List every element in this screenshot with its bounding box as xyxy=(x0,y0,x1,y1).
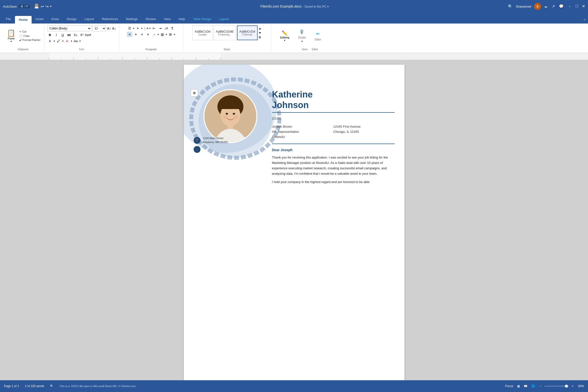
undo-icon[interactable]: ↩ xyxy=(41,4,44,9)
increase-indent-button[interactable]: ⇥ xyxy=(157,26,163,31)
collapse-ribbon-icon[interactable]: ⌃ xyxy=(583,18,586,22)
bullets-dropdown[interactable]: ▾ xyxy=(133,27,134,30)
redo-icon[interactable]: ↪ xyxy=(45,4,49,9)
font-grow-icon[interactable]: A↑ xyxy=(107,26,111,30)
comment-icon[interactable]: 💬 xyxy=(559,4,564,9)
borders-dropdown[interactable]: ▾ xyxy=(174,33,175,36)
text-color-dropdown[interactable]: ▾ xyxy=(71,40,72,42)
superscript-button[interactable]: X² xyxy=(79,32,85,38)
focus-button[interactable]: Focus xyxy=(505,384,513,388)
sort-button[interactable]: ↕A xyxy=(164,26,169,31)
underline-button[interactable]: U xyxy=(60,32,66,38)
tab-references[interactable]: References xyxy=(98,15,122,24)
zoom-level[interactable]: 80% xyxy=(578,384,584,388)
text-color-button[interactable]: A xyxy=(65,38,70,44)
editor-button[interactable]: ✒ Editor xyxy=(312,30,324,42)
line-spacing-button[interactable]: ↕ xyxy=(152,32,157,37)
justify-button[interactable]: ≡ xyxy=(145,32,151,37)
highlight-button[interactable]: 🖊 xyxy=(56,38,61,44)
numbering-dropdown[interactable]: ▾ xyxy=(141,27,142,30)
cut-button[interactable]: ✂ Cut xyxy=(18,30,41,34)
subscript-button[interactable]: X₂ xyxy=(73,32,78,38)
tab-help[interactable]: Help xyxy=(175,15,189,24)
tab-home[interactable]: Home xyxy=(15,16,32,24)
decrease-indent-button[interactable]: ⇤ xyxy=(151,26,157,31)
contact-address: 1234 Main Street Mayberry, MN 55392 xyxy=(203,136,228,144)
numbering-button[interactable]: ≡ xyxy=(135,26,141,31)
zoom-track[interactable] xyxy=(544,386,569,386)
style-information[interactable]: AaBbCcDdE ¶ Informat... xyxy=(214,26,236,40)
line-spacing-dropdown[interactable]: ▾ xyxy=(158,33,159,36)
paste-dropdown[interactable]: ▾ xyxy=(11,40,12,43)
tab-review[interactable]: Review xyxy=(142,15,160,24)
view-web-icon[interactable]: 🌐 xyxy=(531,384,535,388)
tab-design[interactable]: Design xyxy=(63,15,80,24)
shading-button[interactable]: ▨ xyxy=(160,32,165,37)
close-btn[interactable]: ✕ xyxy=(582,4,585,9)
document-area[interactable]: ⊕ xyxy=(0,60,588,392)
spell-check-icon[interactable]: 🔍 xyxy=(50,384,54,388)
tab-mailings[interactable]: Mailings xyxy=(122,15,142,24)
document-page[interactable]: ⊕ xyxy=(184,65,404,392)
tab-draw[interactable]: Draw xyxy=(48,15,63,24)
tab-layout2[interactable]: Layout xyxy=(215,15,233,24)
font-name-select[interactable]: Calibri (Body) xyxy=(47,26,92,31)
font-color-dropdown[interactable]: ▾ xyxy=(54,40,55,42)
zoom-plus-icon[interactable]: ＋ xyxy=(571,384,574,388)
paste-button[interactable]: 📋 Paste ▾ xyxy=(5,28,18,44)
dictate-dropdown[interactable]: ▾ xyxy=(301,40,303,43)
move-handle[interactable]: ⊕ xyxy=(191,89,198,96)
user-avatar[interactable]: S xyxy=(534,3,541,10)
minimize-btn[interactable]: － xyxy=(568,4,571,9)
zoom-minus-icon[interactable]: － xyxy=(539,384,542,388)
editing-dropdown[interactable]: ▾ xyxy=(284,39,285,42)
tab-view[interactable]: View xyxy=(160,15,175,24)
view-read-icon[interactable]: 📖 xyxy=(524,384,527,388)
font-size-select[interactable]: 11 xyxy=(92,26,106,31)
tab-table-design[interactable]: Table Design xyxy=(189,15,215,24)
multilevel-button[interactable]: ⋮≡ xyxy=(143,26,149,31)
styles-up-icon[interactable]: ▲ xyxy=(259,27,262,30)
change-case-button[interactable]: Aa xyxy=(73,38,79,44)
saved-status-dropdown[interactable]: ▾ xyxy=(327,5,329,8)
save-icon[interactable]: 💾 xyxy=(34,4,39,9)
editing-mode-button[interactable]: ✏️ Editing ▾ xyxy=(277,29,292,43)
zoom-thumb[interactable] xyxy=(565,385,568,388)
font-color-button[interactable]: A xyxy=(47,38,53,44)
toggle-label: Off xyxy=(24,5,28,8)
align-center-button[interactable]: ≡ xyxy=(133,32,139,37)
quick-access-dropdown-icon[interactable]: ▾ xyxy=(50,5,52,8)
share-icon[interactable]: ↗ xyxy=(552,4,555,9)
font-shrink-icon[interactable]: A↓ xyxy=(112,26,116,30)
toggle-circle xyxy=(20,5,23,8)
search-icon[interactable]: 🔍 xyxy=(508,4,513,9)
align-left-button[interactable]: ≡ xyxy=(127,32,132,37)
styles-down-icon[interactable]: ▼ xyxy=(259,31,262,34)
tab-insert[interactable]: Insert xyxy=(32,15,48,24)
change-case-dropdown[interactable]: ▾ xyxy=(80,40,81,42)
show-marks-button[interactable]: ¶ xyxy=(170,26,175,31)
styles-more-icon[interactable]: ⊞ xyxy=(259,36,262,39)
align-right-button[interactable]: ≡ xyxy=(139,32,145,37)
ribbon-collapse-btn[interactable]: 🗕 xyxy=(544,4,548,9)
style-contact[interactable]: AaBbCcDd Contact xyxy=(192,26,213,40)
dictate-button[interactable]: 🎙 Dictate ▾ xyxy=(295,28,309,44)
multilevel-dropdown[interactable]: ▾ xyxy=(149,27,151,30)
autosave-toggle[interactable]: Off xyxy=(18,4,31,9)
clear-format-button[interactable]: Aa✕ xyxy=(86,32,91,38)
zoom-slider[interactable]: － ＋ xyxy=(539,384,574,388)
borders-button[interactable]: ⊞ xyxy=(168,32,173,37)
strikethrough-button[interactable]: ab xyxy=(67,32,72,38)
highlight-dropdown[interactable]: ▾ xyxy=(62,40,64,42)
bold-button[interactable]: B xyxy=(47,32,53,38)
tab-file[interactable]: File xyxy=(2,15,15,24)
style-normal[interactable]: AaBbCcDd ¶ Normal xyxy=(237,26,258,40)
view-layout-icon[interactable]: ▦ xyxy=(517,384,520,388)
italic-button[interactable]: I xyxy=(54,32,59,38)
shading-dropdown[interactable]: ▾ xyxy=(166,33,167,36)
copy-button[interactable]: 📄 Copy xyxy=(18,34,41,38)
tab-layout[interactable]: Layout xyxy=(80,15,98,24)
restore-btn[interactable]: □ xyxy=(575,4,578,9)
format-painter-button[interactable]: 🖌 Format Painter xyxy=(18,38,41,42)
bullets-button[interactable]: ☰ xyxy=(127,26,132,31)
